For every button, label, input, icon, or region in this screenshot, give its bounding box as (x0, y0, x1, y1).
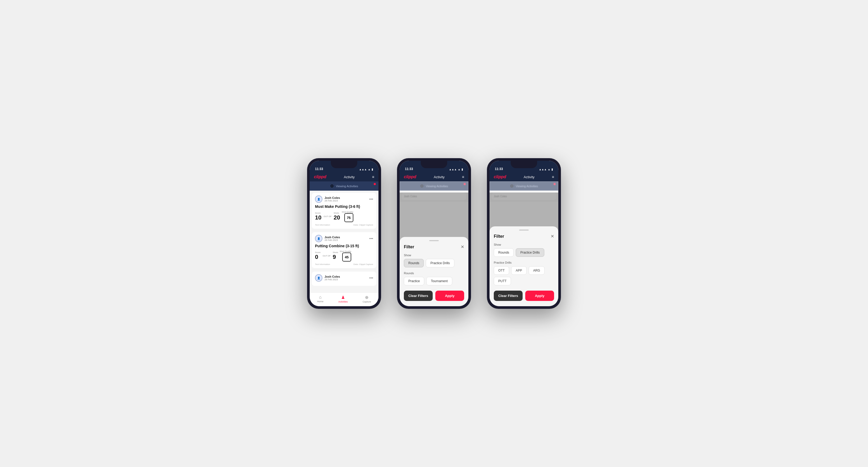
filter-close-2[interactable]: ✕ (461, 244, 464, 249)
user-info-1: 👤 Josh Coles 28 Feb 2023 (315, 195, 340, 203)
wifi-icon: ▲ (368, 168, 371, 171)
menu-icon-2[interactable]: ≡ (462, 175, 464, 179)
shot-quality-value-2: 45 (342, 253, 351, 261)
arg-btn-3[interactable]: ARG (529, 266, 545, 275)
battery-icon-2: ▮ (462, 168, 463, 171)
shots-value-2: 9 (333, 254, 336, 260)
shots-value-1: 20 (334, 214, 340, 221)
signal-icon: ▲▲▲ (359, 168, 367, 171)
filter-badge-2 (464, 183, 466, 185)
apply-btn-3[interactable]: Apply (525, 291, 554, 301)
rounds-section-label-2: Rounds (404, 272, 464, 275)
sheet-footer-3: Clear Filters Apply (494, 291, 554, 301)
avatar-1: 👤 (315, 195, 322, 203)
signal-icon-2: ▲▲▲ (449, 168, 457, 171)
status-time-3: 11:33 (495, 167, 503, 171)
data-label-1: Data: Clippd Capture (353, 224, 373, 226)
show-filter-buttons-2: Rounds Practice Drills (404, 259, 464, 267)
viewing-bar-text-3: Viewing Activities (516, 185, 538, 188)
activity-title-1: Must Make Putting (3-6 ft) (315, 205, 373, 209)
wifi-icon-2: ▲ (458, 168, 460, 171)
viewing-bar-3: ⚙ Viewing Activities (490, 181, 558, 191)
capture-label: Capture (363, 301, 371, 303)
tournament-btn-2[interactable]: Tournament (426, 277, 452, 285)
rounds-btn-3[interactable]: Rounds (494, 248, 514, 257)
status-icons-3: ▲▲▲ ▲ ▮ (539, 168, 553, 171)
app-header-3: clippd Activity ≡ (490, 173, 558, 181)
drills-filter-buttons-3: OTT APP ARG PUTT (494, 266, 554, 285)
user-date-1: 28 Feb 2023 (324, 199, 340, 202)
user-name-3: Josh Coles (324, 275, 340, 278)
practice-type-btn-2[interactable]: Practice (404, 277, 424, 285)
out-of-2: OUT OF (323, 255, 331, 257)
user-info-2: 👤 Josh Coles 28 Feb 2023 (315, 235, 340, 242)
viewing-bar[interactable]: ⚙ Viewing Activities (310, 181, 378, 191)
show-label-3: Show (494, 243, 554, 246)
score-label-1: Score (315, 212, 321, 214)
nav-capture[interactable]: ⊕ Capture (363, 295, 371, 303)
logo: clippd (314, 175, 327, 179)
filter-badge (374, 183, 376, 185)
status-time: 11:33 (315, 167, 323, 171)
user-date-3: 28 Feb 2023 (324, 278, 340, 281)
capture-icon: ⊕ (365, 295, 368, 300)
nav-home[interactable]: ⌂ Home (317, 295, 323, 303)
filter-icon: ⚙ (330, 184, 334, 189)
battery-icon-3: ▮ (551, 168, 553, 171)
header-title-2: Activity (434, 175, 444, 179)
shot-quality-label-1: Shot Quality (342, 211, 353, 213)
more-options-3[interactable]: ••• (369, 276, 373, 280)
user-name-2: Josh Coles (324, 236, 340, 239)
activities-icon: ♟ (341, 295, 345, 300)
practice-drills-btn-2[interactable]: Practice Drills (426, 259, 454, 267)
more-options-1[interactable]: ••• (369, 197, 373, 201)
practice-drills-section-label-3: Practice Drills (494, 261, 554, 264)
out-of-1: OUT OF (323, 215, 331, 218)
practice-drills-btn-3[interactable]: Practice Drills (516, 248, 544, 257)
rounds-btn-2[interactable]: Rounds (404, 259, 424, 267)
sheet-handle-3 (519, 229, 529, 230)
phone-3: 11:33 ▲▲▲ ▲ ▮ clippd Activity ≡ ⚙ View (487, 158, 561, 309)
apply-btn-2[interactable]: Apply (435, 291, 464, 301)
clear-filters-btn-3[interactable]: Clear Filters (494, 291, 523, 301)
home-label: Home (317, 300, 323, 303)
sheet-footer-2: Clear Filters Apply (404, 291, 464, 301)
status-icons-2: ▲▲▲ ▲ ▮ (449, 168, 463, 171)
data-label-2: Data: Clippd Capture (353, 263, 373, 266)
notch-2 (421, 161, 447, 168)
phone-1: 11:33 ▲▲▲ ▲ ▮ clippd Activity ≡ ⚙ View (307, 158, 381, 309)
clear-filters-btn-2[interactable]: Clear Filters (404, 291, 433, 301)
app-btn-3[interactable]: APP (511, 266, 527, 275)
home-icon: ⌂ (319, 295, 321, 300)
show-filter-buttons-3: Rounds Practice Drills (494, 248, 554, 257)
notch-3 (511, 161, 537, 168)
logo-2: clippd (404, 175, 416, 179)
filter-title-2: Filter (404, 245, 414, 249)
nav-activities[interactable]: ♟ Activities (338, 295, 348, 303)
filter-close-3[interactable]: ✕ (551, 234, 554, 239)
phones-container: 11:33 ▲▲▲ ▲ ▮ clippd Activity ≡ ⚙ View (307, 158, 561, 309)
app-header-2: clippd Activity ≡ (400, 173, 468, 181)
more-options-2[interactable]: ••• (369, 237, 373, 241)
bottom-nav: ⌂ Home ♟ Activities ⊕ Capture (310, 292, 378, 306)
activity-card-1: 👤 Josh Coles 28 Feb 2023 ••• Must Make P… (312, 193, 376, 229)
filter-icon-2: ⚙ (420, 184, 424, 189)
menu-icon-3[interactable]: ≡ (552, 175, 554, 179)
menu-icon[interactable]: ≡ (372, 175, 374, 179)
divider-2 (312, 269, 376, 270)
logo-3: clippd (494, 175, 506, 179)
putt-btn-3[interactable]: PUTT (494, 277, 511, 285)
filter-sheet-3: Filter ✕ Show Rounds Practice Drills Pra… (490, 226, 558, 306)
phone-2: 11:33 ▲▲▲ ▲ ▮ clippd Activity ≡ ⚙ View (397, 158, 471, 309)
wifi-icon-3: ▲ (548, 168, 550, 171)
status-time-2: 11:33 (405, 167, 413, 171)
activity-title-2: Putting Combine (3-15 ft) (315, 244, 373, 248)
user-info-3: 👤 Josh Coles 28 Feb 2023 (315, 274, 340, 282)
divider-1 (312, 230, 376, 230)
avatar-2: 👤 (315, 235, 322, 242)
filter-sheet-2: Filter ✕ Show Rounds Practice Drills Rou… (400, 237, 468, 306)
shot-quality-label-2: Shot Quality (340, 250, 351, 253)
stats-row-1: Score 10 OUT OF Shots 20 Shot Quality 75 (315, 211, 373, 222)
ott-btn-3[interactable]: OTT (494, 266, 509, 275)
user-date-2: 28 Feb 2023 (324, 239, 340, 242)
